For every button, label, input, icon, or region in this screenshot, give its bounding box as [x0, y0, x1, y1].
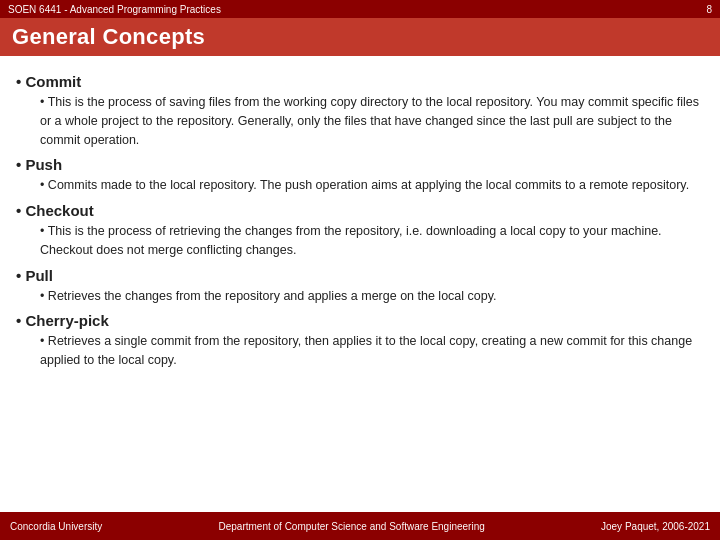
- section-title: Pull: [16, 267, 704, 284]
- section-body: This is the process of saving files from…: [40, 93, 704, 149]
- footer-author: Joey Paquet, 2006-2021: [601, 521, 710, 532]
- page-title: General Concepts: [12, 24, 205, 50]
- slide-number: 8: [706, 4, 712, 15]
- section-title: Commit: [16, 73, 704, 90]
- footer-bar: Concordia University Department of Compu…: [0, 512, 720, 540]
- section-body: Retrieves the changes from the repositor…: [40, 287, 704, 306]
- section-title: Cherry-pick: [16, 312, 704, 329]
- content-area: CommitThis is the process of saving file…: [0, 56, 720, 512]
- course-title: SOEN 6441 - Advanced Programming Practic…: [8, 4, 221, 15]
- header-bar: SOEN 6441 - Advanced Programming Practic…: [0, 0, 720, 18]
- section-body: This is the process of retrieving the ch…: [40, 222, 704, 260]
- section-body: Retrieves a single commit from the repos…: [40, 332, 704, 370]
- section-body: Commits made to the local repository. Th…: [40, 176, 704, 195]
- footer-university: Concordia University: [10, 521, 102, 532]
- section-title: Push: [16, 156, 704, 173]
- title-bar: General Concepts: [0, 18, 720, 56]
- section-title: Checkout: [16, 202, 704, 219]
- footer-department: Department of Computer Science and Softw…: [219, 521, 485, 532]
